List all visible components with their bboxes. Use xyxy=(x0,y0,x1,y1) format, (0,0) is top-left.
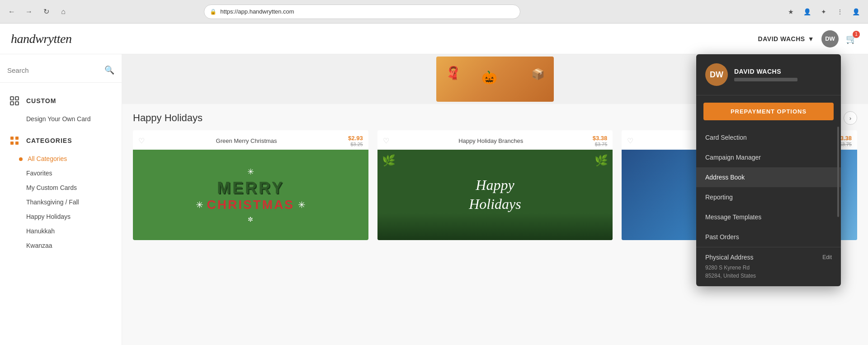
banner-image: 🧣 🎃 📦 xyxy=(436,57,554,102)
prepayment-button[interactable]: PREPAYMENT OPTIONS xyxy=(703,103,834,120)
price-current: $2.93 xyxy=(348,135,363,142)
sidebar-link-hanukkah[interactable]: Hanukkah xyxy=(0,224,122,238)
price-original: $3.25 xyxy=(348,142,363,147)
sidebar-link-kwanzaa[interactable]: Kwanzaa xyxy=(0,238,122,253)
dropdown-user-header: DW DAVID WACHS xyxy=(696,54,841,95)
refresh-button[interactable]: ↻ xyxy=(40,5,52,18)
sidebar-link-favorites[interactable]: Favorites xyxy=(0,166,122,180)
categories-icon xyxy=(7,133,22,148)
cart-badge: 1 xyxy=(853,31,860,38)
sidebar-link-design-own[interactable]: Design Your Own Card xyxy=(0,112,122,126)
price-original: $3.75 xyxy=(593,142,608,147)
home-button[interactable]: ⌂ xyxy=(57,5,70,18)
svg-rect-3 xyxy=(15,102,19,105)
cart-button[interactable]: 🛒 1 xyxy=(846,33,857,44)
dropdown-item-card-selection[interactable]: Card Selection xyxy=(696,128,841,147)
sidebar-link-all-categories[interactable]: All Categories xyxy=(0,151,122,166)
card-header: ♡ Green Merry Christmas $2.93 $3.25 xyxy=(133,130,368,150)
svg-rect-1 xyxy=(15,97,19,100)
svg-rect-5 xyxy=(15,137,19,140)
chevron-down-icon: ▼ xyxy=(808,35,814,43)
christmas-text: CHRISTMAS xyxy=(207,198,294,212)
profile-button[interactable]: 👤 xyxy=(801,5,814,18)
extension-button[interactable]: ✦ xyxy=(817,5,830,18)
active-dot xyxy=(19,157,23,161)
dropdown-username-sub xyxy=(734,78,797,81)
search-button[interactable]: 🔍 xyxy=(104,65,114,75)
settings-button[interactable]: ⋮ xyxy=(834,5,846,18)
bookmark-button[interactable]: ★ xyxy=(785,5,797,18)
card-image-happy-holidays: 🌿 🌿 HappyHolidays xyxy=(377,150,613,240)
svg-rect-0 xyxy=(10,97,14,100)
custom-section-header[interactable]: CUSTOM xyxy=(0,90,122,112)
card-name: Happy Holiday Branches xyxy=(458,137,523,144)
dropdown-avatar: DW xyxy=(705,63,728,86)
logo-text: handwrytten xyxy=(11,32,72,46)
back-button[interactable]: ← xyxy=(5,5,18,18)
physical-address-header: Physical Address Edit xyxy=(705,254,832,261)
top-nav: handwrytten DAVID WACHS ▼ DW 🛒 1 xyxy=(0,24,868,54)
next-page-button[interactable]: › xyxy=(844,111,857,125)
card-price: $3.38 $3.75 xyxy=(593,135,608,147)
dropdown-item-past-orders[interactable]: Past Orders xyxy=(696,227,841,247)
price-current: $3.38 xyxy=(593,135,608,142)
card-header: ♡ Happy Holiday Branches $3.38 $3.75 xyxy=(377,130,613,150)
custom-section-title: CUSTOM xyxy=(26,97,56,104)
holiday-card-text: HappyHolidays xyxy=(469,176,521,213)
sidebar-link-thanksgiving[interactable]: Thanksgiving / Fall xyxy=(0,195,122,209)
sidebar: 🔍 CUSTOM Design Your O xyxy=(0,54,122,345)
dropdown-item-campaign-manager[interactable]: Campaign Manager xyxy=(696,147,841,167)
user-menu-button[interactable]: DAVID WACHS ▼ xyxy=(758,35,814,43)
dropdown-username: DAVID WACHS xyxy=(734,68,797,75)
card-image-green-merry: ✳ MERRY ✳ CHRISTMAS ✳ ✼ xyxy=(133,150,368,240)
url-text: https://app.handwrytten.com xyxy=(220,8,294,15)
search-container: 🔍 xyxy=(0,61,122,83)
physical-address-title: Physical Address xyxy=(705,254,754,261)
card-name: Green Merry Christmas xyxy=(216,137,277,144)
dropdown-item-reporting[interactable]: Reporting xyxy=(696,187,841,207)
dropdown-item-message-templates[interactable]: Message Templates xyxy=(696,207,841,227)
sidebar-link-happy-holidays[interactable]: Happy Holidays xyxy=(0,209,122,224)
address-bar[interactable]: 🔒 https://app.handwrytten.com xyxy=(204,5,520,19)
physical-address-text: 9280 S Kyrene Rd 85284, United States xyxy=(705,264,832,280)
sidebar-section-custom: CUSTOM Design Your Own Card xyxy=(0,90,122,126)
card-info: Green Merry Christmas xyxy=(216,137,277,144)
favorite-button[interactable]: ♡ xyxy=(383,137,389,145)
favorite-button[interactable]: ♡ xyxy=(138,137,145,145)
forward-button[interactable]: → xyxy=(23,5,35,18)
custom-icon xyxy=(7,94,22,108)
section-title: Happy Holidays xyxy=(133,112,203,124)
card-info: Happy Holiday Branches xyxy=(458,137,523,144)
nav-right: DAVID WACHS ▼ DW 🛒 1 xyxy=(758,30,857,47)
scrollbar[interactable] xyxy=(837,127,839,217)
svg-rect-7 xyxy=(15,142,19,145)
avatar: DW xyxy=(821,30,839,47)
card-item-happy-holidays[interactable]: ♡ Happy Holiday Branches $3.38 $3.75 🌿 🌿 xyxy=(377,130,613,240)
browser-chrome: ← → ↻ ⌂ 🔒 https://app.handwrytten.com ★ … xyxy=(0,0,868,24)
favorite-button[interactable]: ♡ xyxy=(627,137,633,145)
dropdown-user-info: DAVID WACHS xyxy=(734,68,797,81)
merry-text: MERRY xyxy=(217,179,284,198)
categories-section-header[interactable]: CATEGORIES xyxy=(0,130,122,151)
new-tab-button[interactable]: 👤 xyxy=(850,5,863,18)
sidebar-section-categories: CATEGORIES All Categories Favorites My C… xyxy=(0,130,122,253)
browser-actions: ★ 👤 ✦ ⋮ 👤 xyxy=(785,5,863,18)
dropdown-item-address-book[interactable]: Address Book xyxy=(696,167,841,187)
card-price: $2.93 $3.25 xyxy=(348,135,363,147)
user-name-label: DAVID WACHS xyxy=(758,35,805,43)
user-dropdown: DW DAVID WACHS PREPAYMENT OPTIONS Card S… xyxy=(696,54,841,286)
logo: handwrytten xyxy=(11,32,72,46)
sidebar-link-my-custom-cards[interactable]: My Custom Cards xyxy=(0,180,122,195)
svg-rect-4 xyxy=(10,137,14,140)
categories-section-title: CATEGORIES xyxy=(26,137,72,144)
search-input[interactable] xyxy=(7,66,104,74)
physical-address-section: Physical Address Edit 9280 S Kyrene Rd 8… xyxy=(696,247,841,286)
edit-address-link[interactable]: Edit xyxy=(822,254,832,260)
svg-rect-6 xyxy=(10,142,14,145)
card-item-green-merry[interactable]: ♡ Green Merry Christmas $2.93 $3.25 ✳ ME… xyxy=(133,130,368,240)
lock-icon: 🔒 xyxy=(210,9,217,15)
svg-rect-2 xyxy=(10,102,14,105)
